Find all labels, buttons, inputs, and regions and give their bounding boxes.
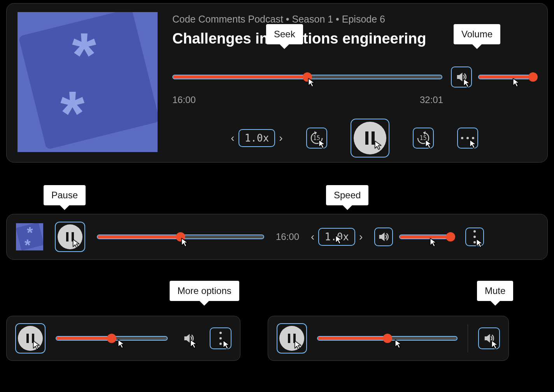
dots-horizontal-icon [461, 137, 474, 139]
speed-down-button[interactable]: ‹ [311, 231, 314, 243]
speed-down-button[interactable]: ‹ [231, 132, 234, 144]
mute-button[interactable] [451, 66, 472, 88]
tooltip-pause: Pause [44, 185, 86, 205]
seek-slider[interactable] [97, 234, 264, 239]
pause-icon [58, 224, 82, 249]
dots-vertical-icon [473, 230, 476, 243]
time-current: 16:00 [172, 94, 196, 105]
mute-button[interactable] [178, 327, 200, 349]
volume-slider[interactable] [399, 234, 454, 239]
skip-back-15-button[interactable]: 15 [306, 128, 327, 149]
tooltip-volume: Volume [454, 24, 500, 44]
skip-forward-15-button[interactable]: 15 [413, 128, 434, 149]
audio-player-mini-2 [268, 316, 509, 361]
pause-button[interactable] [15, 323, 46, 354]
pause-icon [354, 122, 386, 154]
episode-artwork: * * [18, 12, 158, 152]
speed-up-button[interactable]: › [279, 132, 282, 144]
divider [468, 324, 468, 352]
volume-slider[interactable] [478, 75, 536, 79]
more-options-button[interactable] [210, 327, 231, 349]
pause-button[interactable] [55, 222, 85, 252]
speed-button[interactable]: 1.0x [318, 228, 355, 246]
speed-button[interactable]: 1.0x [238, 129, 275, 147]
mute-button[interactable] [478, 327, 500, 349]
time-total: 32:01 [420, 94, 443, 105]
episode-subtitle: Code Comments Podcast • Season 1 • Episo… [172, 14, 536, 25]
mute-button[interactable] [374, 228, 393, 246]
pause-button[interactable] [277, 323, 307, 354]
time-current: 16:00 [276, 231, 299, 242]
seek-slider[interactable] [56, 336, 168, 341]
tooltip-seek: Seek [266, 24, 303, 44]
more-options-button[interactable] [465, 228, 484, 246]
dots-vertical-icon [219, 332, 222, 345]
more-options-button[interactable] [457, 128, 478, 149]
tooltip-more: More options [170, 281, 239, 301]
speed-up-button[interactable]: › [359, 231, 363, 243]
seek-slider[interactable] [317, 336, 458, 341]
seek-slider[interactable] [172, 75, 442, 79]
pause-button[interactable] [351, 119, 389, 158]
playback-speed-group: ‹ 1.0x › [231, 129, 282, 147]
episode-artwork: ** [16, 223, 43, 250]
audio-player-medium: ** 16:00 ‹ 1.0x › [6, 214, 548, 260]
tooltip-speed: Speed [326, 185, 368, 205]
tooltip-mute: Mute [477, 281, 513, 301]
audio-player-mini-1 [6, 316, 240, 361]
